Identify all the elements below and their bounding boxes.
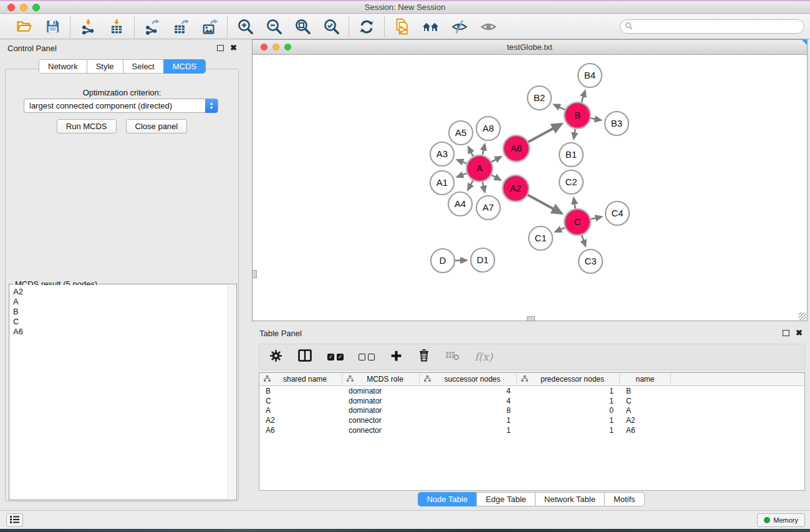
table-row[interactable]: A6connector11A6	[259, 425, 804, 435]
resize-grip-icon[interactable]	[799, 312, 806, 320]
float-panel-icon[interactable]	[217, 45, 224, 51]
close-window-button[interactable]	[7, 4, 15, 11]
column-header-successor-nodes[interactable]: successor nodes	[420, 373, 517, 385]
edge-B-B2[interactable]	[554, 105, 565, 110]
delete-table-button[interactable]	[445, 350, 460, 364]
table-tab-node-table[interactable]: Node Table	[417, 492, 477, 506]
export-image-button[interactable]	[200, 17, 219, 36]
minimize-window-button[interactable]	[20, 4, 27, 11]
table-row[interactable]: Cdominator41C	[259, 396, 804, 406]
task-history-button[interactable]	[6, 513, 23, 527]
cell-MCDS-role[interactable]: connector	[342, 416, 420, 425]
cell-MCDS-role[interactable]: dominator	[342, 406, 420, 415]
mcds-result-item[interactable]: A6	[13, 327, 228, 337]
tab-mcds[interactable]: MCDS	[163, 59, 206, 74]
cell-predecessor-nodes[interactable]: 1	[517, 397, 620, 405]
float-table-panel-icon[interactable]	[783, 330, 789, 336]
cell-MCDS-role[interactable]: connector	[342, 426, 420, 435]
edge-A-A1[interactable]	[457, 173, 467, 177]
open-session-button[interactable]	[14, 17, 33, 36]
zoom-out-button[interactable]	[264, 17, 283, 36]
cell-name[interactable]: A	[620, 406, 671, 415]
cell-successor-nodes[interactable]: 1	[420, 416, 517, 425]
column-header-shared-name[interactable]: shared name	[259, 373, 342, 385]
search-input[interactable]	[636, 21, 804, 32]
edge-A-A6[interactable]	[491, 157, 501, 162]
tab-select[interactable]: Select	[123, 59, 164, 74]
cell-shared-name[interactable]: C	[259, 397, 342, 405]
edge-B-B4[interactable]	[582, 90, 586, 102]
tab-network[interactable]: Network	[39, 59, 87, 74]
network-minimize-button[interactable]	[272, 44, 279, 51]
close-table-panel-icon[interactable]: ✖	[796, 330, 803, 336]
home-button[interactable]	[422, 17, 440, 36]
table-tab-edge-table[interactable]: Edge Table	[476, 492, 536, 506]
edge-B-B3[interactable]	[591, 118, 601, 120]
network-close-button[interactable]	[261, 44, 268, 51]
bottom-edge-handle[interactable]	[527, 316, 535, 321]
new-session-button[interactable]	[393, 17, 412, 36]
mcds-result-item[interactable]: A	[13, 297, 228, 307]
function-builder-button[interactable]: f(x)	[475, 351, 493, 363]
export-table-button[interactable]	[171, 17, 190, 36]
refresh-button[interactable]	[357, 17, 376, 36]
table-row[interactable]: A2connector11A2	[259, 415, 804, 425]
edge-C-C4[interactable]	[591, 216, 601, 219]
zoom-fit-button[interactable]	[293, 17, 312, 36]
cell-name[interactable]: B	[620, 387, 671, 395]
network-canvas[interactable]: B4B2BB3A5A8A6A3B1AA1C2A2A4A7C4CC1C3DD1	[253, 55, 807, 321]
network-zoom-button[interactable]	[284, 44, 291, 51]
show-details-button[interactable]	[479, 17, 498, 36]
import-network-button[interactable]	[79, 17, 97, 36]
column-header-name[interactable]: name	[620, 373, 671, 385]
edge-A-A7[interactable]	[483, 181, 485, 192]
edge-A6-B[interactable]	[528, 124, 561, 142]
edge-A-A5[interactable]	[468, 147, 473, 157]
cell-predecessor-nodes[interactable]: 1	[517, 387, 620, 395]
criterion-dropdown[interactable]: largest connected component (directed) ▲…	[24, 99, 218, 113]
cell-successor-nodes[interactable]: 8	[420, 406, 517, 415]
cell-MCDS-role[interactable]: dominator	[342, 397, 420, 405]
mcds-result-item[interactable]: B	[13, 307, 228, 317]
cell-predecessor-nodes[interactable]: 1	[517, 426, 620, 435]
show-columns-button[interactable]	[297, 349, 312, 365]
edge-A-A4[interactable]	[468, 180, 473, 190]
export-network-button[interactable]	[143, 17, 162, 36]
mcds-result-item[interactable]: C	[13, 317, 228, 327]
cell-predecessor-nodes[interactable]: 0	[517, 406, 620, 415]
cell-name[interactable]: C	[620, 397, 671, 405]
memory-button[interactable]: Memory	[757, 513, 805, 527]
cell-predecessor-nodes[interactable]: 1	[517, 416, 620, 425]
cell-successor-nodes[interactable]: 4	[420, 387, 517, 395]
table-tab-network-table[interactable]: Network Table	[535, 492, 605, 506]
edge-A-A3[interactable]	[457, 160, 467, 163]
cell-shared-name[interactable]: A	[259, 406, 342, 415]
cell-name[interactable]: A6	[620, 426, 671, 435]
edge-C-C1[interactable]	[555, 228, 564, 232]
hide-details-button[interactable]	[450, 17, 469, 36]
run-mcds-button[interactable]: Run MCDS	[57, 119, 117, 133]
create-column-button[interactable]	[390, 349, 403, 365]
cell-successor-nodes[interactable]: 4	[420, 397, 517, 405]
deselect-all-button[interactable]	[359, 354, 375, 360]
mcds-result-item[interactable]: A2	[13, 287, 228, 297]
zoom-window-button[interactable]	[32, 4, 40, 11]
zoom-selected-button[interactable]	[322, 17, 340, 36]
cell-shared-name[interactable]: A6	[259, 426, 342, 435]
edge-C-C3[interactable]	[582, 235, 586, 246]
column-header-predecessor-nodes[interactable]: predecessor nodes	[517, 373, 620, 385]
edge-A-A2[interactable]	[491, 175, 501, 180]
cell-name[interactable]: A2	[620, 416, 671, 425]
table-row[interactable]: Bdominator41B	[259, 386, 804, 396]
delete-column-button[interactable]	[418, 349, 430, 365]
import-table-button[interactable]	[107, 17, 126, 36]
close-panel-button[interactable]: Close panel	[126, 119, 188, 133]
save-session-button[interactable]	[43, 17, 62, 36]
left-edge-handle[interactable]	[252, 270, 257, 278]
network-graph[interactable]: B4B2BB3A5A8A6A3B1AA1C2A2A4A7C4CC1C3DD1	[253, 55, 807, 321]
cell-shared-name[interactable]: A2	[259, 416, 342, 425]
column-header-MCDS-role[interactable]: MCDS role	[342, 373, 420, 385]
network-window-titlebar[interactable]: testGlobe.txt	[253, 40, 807, 55]
table-settings-button[interactable]	[269, 349, 282, 365]
select-all-button[interactable]: ✓✓	[327, 354, 344, 360]
